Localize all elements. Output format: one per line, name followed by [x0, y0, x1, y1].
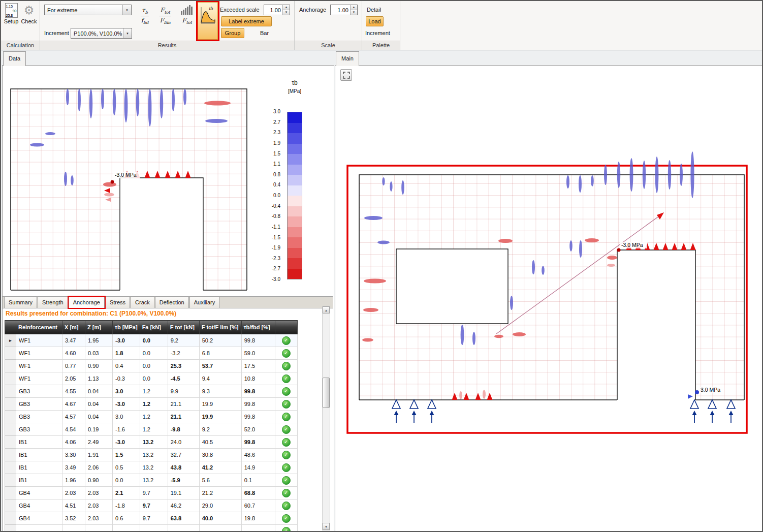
- spin-up-icon[interactable]: ▲: [351, 5, 357, 10]
- result-tab-auxiliary[interactable]: Auxiliary: [189, 297, 220, 308]
- colorbar-tick: 0.8: [273, 172, 280, 177]
- ribbon-spacer: [400, 1, 762, 50]
- row-selector[interactable]: [5, 385, 16, 398]
- table-cell: 19.9: [199, 398, 241, 411]
- row-selector[interactable]: [5, 423, 16, 436]
- row-selector[interactable]: [5, 474, 16, 487]
- extreme-select[interactable]: For extreme ▼: [44, 5, 132, 15]
- result-tab-anchorage[interactable]: Anchorage: [69, 297, 105, 308]
- tab-main-label: Main: [341, 55, 354, 61]
- column-header[interactable]: F tot [kN]: [168, 321, 199, 334]
- row-selector[interactable]: [5, 398, 16, 411]
- table-row[interactable]: GB34.550.043.01.29.99.399.8✓: [5, 385, 298, 398]
- row-selector[interactable]: ►: [5, 334, 16, 347]
- table-row[interactable]: WF12.051.13-0.30.0-4.59.410.8✓: [5, 372, 298, 385]
- row-selector[interactable]: [5, 487, 16, 499]
- increment-select[interactable]: P100.0%, V100.0% ▼: [71, 28, 132, 39]
- table-row[interactable]: GB34.540.19-1.61.2-9.89.252.0✓: [5, 423, 298, 436]
- scroll-thumb[interactable]: [323, 378, 330, 408]
- row-selector[interactable]: [5, 372, 16, 385]
- check-button[interactable]: ⚙ Check: [20, 3, 38, 32]
- result-tab-crack[interactable]: Crack: [131, 297, 154, 308]
- fit-view-button[interactable]: [340, 69, 352, 81]
- table-row[interactable]: GB42.032.032.19.719.121.268.8✓: [5, 487, 298, 499]
- table-row[interactable]: ✓: [5, 525, 298, 532]
- table-cell: 46.2: [168, 499, 199, 512]
- row-selector[interactable]: [5, 449, 16, 461]
- column-header[interactable]: Z [m]: [85, 321, 113, 334]
- tb-over-fbd-button[interactable]: τb fbd: [136, 4, 154, 27]
- table-row[interactable]: IB13.492.060.513.243.841.214.9✓: [5, 461, 298, 474]
- table-scrollbar[interactable]: ▲ ▼: [322, 306, 330, 530]
- colorbar-tick: 3.0: [273, 109, 280, 114]
- row-selector[interactable]: [5, 347, 16, 360]
- spin-down-icon[interactable]: ▼: [283, 10, 290, 15]
- table-row[interactable]: IB13.301.911.513.232.730.848.6✓: [5, 449, 298, 461]
- combination-note: Results presented for combination: C1 (P…: [6, 310, 176, 317]
- column-header[interactable]: τb/fbd [%]: [241, 321, 275, 334]
- header-selector[interactable]: [5, 321, 16, 334]
- table-cell: 9.4: [199, 372, 241, 385]
- group-button[interactable]: Group: [221, 28, 244, 38]
- exceeded-scale-spinner[interactable]: 1.00 ▲▼: [264, 5, 290, 15]
- label-extreme-button[interactable]: Label extreme: [221, 16, 272, 26]
- row-selector[interactable]: [5, 512, 16, 525]
- status-ok-icon: ✓: [282, 438, 291, 447]
- spin-down-icon[interactable]: ▼: [351, 10, 357, 15]
- column-header[interactable]: X [m]: [62, 321, 85, 334]
- ftot-over-flim-button[interactable]: Ftot Flim: [155, 4, 175, 27]
- result-tab-deflection[interactable]: Deflection: [155, 297, 189, 308]
- result-tab-stress[interactable]: Stress: [105, 297, 130, 308]
- row-selector[interactable]: [5, 461, 16, 474]
- tb-diagram-button[interactable]: τb: [198, 2, 218, 40]
- table-cell: [85, 525, 113, 532]
- tab-data[interactable]: Data: [3, 51, 26, 66]
- result-tab-summary[interactable]: Summary: [4, 297, 37, 308]
- scroll-up-icon[interactable]: ▲: [323, 306, 330, 314]
- result-tab-strength[interactable]: Strength: [38, 297, 68, 308]
- status-cell: ✓: [275, 360, 297, 372]
- palette-load-button[interactable]: Load: [366, 16, 384, 26]
- row-selector[interactable]: [5, 411, 16, 423]
- table-cell: 40.0: [199, 512, 241, 525]
- header-status[interactable]: [275, 321, 297, 334]
- row-selector[interactable]: [5, 525, 16, 532]
- column-header[interactable]: F tot/F lim [%]: [199, 321, 241, 334]
- scroll-down-icon[interactable]: ▼: [323, 523, 330, 530]
- increment-select-value: P100.0%, V100.0%: [71, 30, 123, 37]
- table-row[interactable]: GB43.522.030.69.763.840.019.8✓: [5, 512, 298, 525]
- table-row[interactable]: GB34.570.043.01.221.119.999.8✓: [5, 411, 298, 423]
- table-row[interactable]: WF14.600.031.80.0-3.26.859.0✓: [5, 347, 298, 360]
- row-selector[interactable]: [5, 499, 16, 512]
- table-cell: 9.3: [199, 385, 241, 398]
- column-header[interactable]: Reinforcement: [16, 321, 62, 334]
- anchorage-scale-spinner[interactable]: 1.00 ▲▼: [330, 5, 358, 15]
- table-cell: 0.0: [140, 372, 168, 385]
- table-cell: -3.2: [168, 347, 199, 360]
- setup-button[interactable]: 1.15 90 25.8 Setup: [3, 3, 20, 32]
- spin-up-icon[interactable]: ▲: [283, 5, 290, 10]
- status-cell: ✓: [275, 461, 297, 474]
- tab-main[interactable]: Main: [336, 51, 359, 66]
- palette-detail-option[interactable]: Detail: [367, 7, 381, 13]
- extreme-point-positive: [695, 390, 699, 394]
- table-cell: 48.6: [241, 449, 275, 461]
- colorbar-tick: -1.5: [272, 235, 280, 240]
- table-cell: 0.90: [85, 474, 113, 487]
- table-row[interactable]: GB44.512.03-1.89.746.229.060.7✓: [5, 499, 298, 512]
- table-cell: 53.7: [199, 360, 241, 372]
- row-selector[interactable]: [5, 436, 16, 449]
- table-cell: -5.9: [168, 474, 199, 487]
- table-row[interactable]: IB11.960.900.013.2-5.95.60.1✓: [5, 474, 298, 487]
- column-header[interactable]: τb [MPa]: [113, 321, 140, 334]
- column-header[interactable]: Fa [kN]: [140, 321, 168, 334]
- row-selector[interactable]: [5, 360, 16, 372]
- ftot-button[interactable]: Ftot: [177, 4, 197, 30]
- table-row[interactable]: ►WF13.471.95-3.00.09.250.299.8✓: [5, 334, 298, 347]
- table-row[interactable]: IB14.062.49-3.013.224.040.599.8✓: [5, 436, 298, 449]
- table-row[interactable]: GB34.670.04-3.01.221.119.999.8✓: [5, 398, 298, 411]
- palette-increment-option[interactable]: Increment: [365, 30, 390, 36]
- table-cell: GB3: [16, 398, 62, 411]
- table-row[interactable]: WF10.770.900.40.025.353.717.5✓: [5, 360, 298, 372]
- table-cell: 17.5: [241, 360, 275, 372]
